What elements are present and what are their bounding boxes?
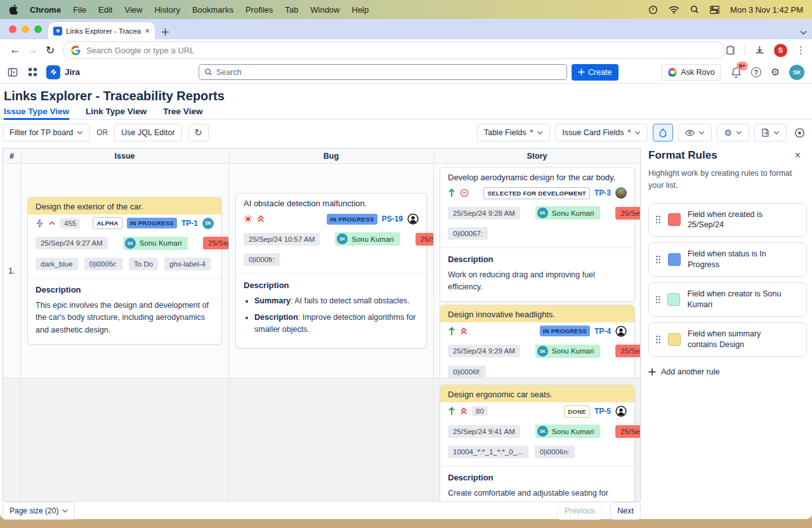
settings-gear-icon[interactable]: ⚙: [771, 67, 780, 77]
browser-profile-avatar[interactable]: S: [774, 44, 787, 57]
filter-board-dropdown[interactable]: Filter for TP board: [3, 124, 90, 142]
next-page-button[interactable]: Next: [610, 502, 641, 520]
user-avatar[interactable]: SK: [789, 65, 804, 80]
address-bar[interactable]: [63, 41, 725, 59]
issue-key[interactable]: TP-3: [594, 188, 611, 197]
tab-link-type-view[interactable]: Link Type View: [86, 107, 147, 119]
drag-handle-icon[interactable]: [655, 335, 661, 344]
jira-favicon: [53, 27, 62, 36]
assignee-avatar-icon[interactable]: [615, 406, 627, 417]
page-size-dropdown[interactable]: Page size (20): [3, 502, 75, 520]
format-rule-item[interactable]: Field when creator is Sonu Kumari: [648, 282, 807, 317]
format-rule-item[interactable]: Field when status is In Progress: [648, 242, 807, 277]
tab-close-icon[interactable]: ×: [145, 27, 150, 35]
assignee-avatar-photo[interactable]: [615, 187, 627, 199]
sidebar-toggle-icon[interactable]: [8, 67, 18, 77]
created-date-chip: 25/Sep/24 10:57 AM: [244, 233, 320, 246]
menu-item-bookmarks[interactable]: Bookmarks: [192, 5, 233, 15]
format-rules-title: Format Rules: [648, 149, 717, 162]
format-rules-fill-button[interactable]: [653, 124, 673, 142]
spotlight-search-icon[interactable]: [690, 5, 699, 14]
issue-card-tp1[interactable]: Design the exterior of the car. 455 ALPH…: [27, 197, 222, 345]
column-header-story[interactable]: Story: [434, 148, 640, 164]
required-marker: *: [530, 128, 533, 137]
menu-item-chrome[interactable]: Chrome: [30, 5, 61, 15]
issue-key[interactable]: TP-5: [594, 407, 611, 416]
previous-page-button[interactable]: Previous: [558, 502, 603, 520]
assignee-avatar-icon[interactable]: [407, 213, 419, 225]
jira-logo-icon[interactable]: [46, 65, 60, 79]
menu-item-history[interactable]: History: [154, 5, 180, 15]
bug-title[interactable]: AI obstacle detection malfunction.: [244, 199, 419, 211]
tab-issue-type-view[interactable]: Issue Type View: [4, 107, 69, 120]
menu-item-edit[interactable]: Edit: [98, 5, 112, 15]
issue-key[interactable]: TP-1: [181, 219, 198, 228]
issue-title[interactable]: Design the exterior of the car.: [28, 197, 221, 214]
browser-tab[interactable]: Links Explorer - Traceability R ×: [48, 22, 155, 39]
format-rule-item[interactable]: Field when created is 25/Sep/24: [648, 203, 807, 237]
menu-clock[interactable]: Mon 3 Nov 1:42 PM: [730, 5, 803, 15]
apple-menu-icon[interactable]: [9, 4, 18, 15]
add-another-rule-button[interactable]: Add another rule: [648, 367, 807, 376]
visibility-dropdown[interactable]: [678, 124, 712, 142]
story-title[interactable]: Design ergonomic car seats.: [440, 385, 634, 402]
story-title[interactable]: Develop aerodynamic design for the car b…: [448, 173, 627, 185]
downloads-icon[interactable]: [754, 45, 765, 56]
drag-handle-icon[interactable]: [655, 255, 661, 264]
minimize-window-button[interactable]: [22, 25, 29, 33]
forward-icon[interactable]: →: [24, 44, 42, 56]
extensions-icon[interactable]: [725, 45, 736, 56]
menu-status-icon[interactable]: [648, 5, 658, 15]
back-icon[interactable]: ←: [6, 44, 24, 56]
drag-handle-icon[interactable]: [655, 215, 661, 224]
tab-search-chevron-icon[interactable]: [800, 30, 807, 35]
story-card-tp5[interactable]: Design ergonomic car seats. 80 DONE TP-5…: [440, 385, 635, 502]
menu-item-profiles[interactable]: Profiles: [246, 5, 273, 15]
story-icon: [448, 327, 455, 336]
assignee-avatar-icon[interactable]: [615, 326, 627, 337]
jira-search-input[interactable]: [216, 68, 561, 77]
reload-icon[interactable]: ↻: [41, 44, 59, 57]
menu-item-file[interactable]: File: [73, 5, 86, 15]
column-header-issue[interactable]: Issue: [21, 148, 229, 164]
close-window-button[interactable]: [9, 25, 16, 33]
new-tab-button[interactable]: [161, 28, 169, 36]
notifications-bell-icon[interactable]: 9+: [731, 67, 742, 78]
issue-key[interactable]: PS-19: [382, 214, 403, 223]
issue-card-fields-dropdown[interactable]: Issue Card Fields *: [555, 124, 648, 142]
release-badge: ALPHA: [93, 217, 122, 229]
drag-handle-icon[interactable]: [655, 295, 660, 304]
app-switcher-icon[interactable]: [28, 67, 37, 77]
export-dropdown[interactable]: [754, 124, 787, 142]
menu-item-tab[interactable]: Tab: [285, 5, 298, 15]
refresh-button[interactable]: ↻: [188, 124, 209, 142]
control-center-icon[interactable]: [710, 6, 719, 14]
bug-card-ps19[interactable]: AI obstacle detection malfunction. IN PR…: [235, 193, 427, 348]
story-title[interactable]: Design innovative headlights.: [440, 305, 634, 322]
description-heading: Description: [36, 285, 214, 294]
table-settings-dropdown[interactable]: ⚙: [717, 124, 749, 142]
menu-item-window[interactable]: Window: [310, 5, 339, 15]
story-card-tp3[interactable]: Develop aerodynamic design for the car b…: [440, 167, 635, 302]
zoom-window-button[interactable]: [34, 25, 42, 33]
menu-item-view[interactable]: View: [124, 5, 142, 15]
menu-item-help[interactable]: Help: [352, 5, 369, 15]
url-input[interactable]: [86, 46, 717, 55]
issue-key[interactable]: TP-4: [594, 327, 611, 336]
column-header-number[interactable]: #: [3, 148, 21, 164]
browser-menu-icon[interactable]: ⋮: [796, 44, 806, 56]
jql-editor-button[interactable]: Use JQL Editor: [114, 124, 181, 142]
format-rule-item[interactable]: Field when summary contains Design: [648, 322, 807, 357]
jira-search-bar[interactable]: [199, 64, 567, 80]
record-button[interactable]: [792, 124, 807, 142]
story-card-tp4[interactable]: Design innovative headlights. IN PROGRES…: [440, 305, 635, 378]
wifi-icon[interactable]: [669, 6, 679, 14]
close-icon[interactable]: ×: [795, 150, 801, 161]
tab-tree-view[interactable]: Tree View: [163, 107, 202, 119]
assignee-avatar[interactable]: SK: [202, 218, 214, 229]
create-button[interactable]: Create: [572, 64, 619, 81]
help-icon[interactable]: ?: [751, 67, 761, 77]
column-header-bug[interactable]: Bug: [229, 148, 434, 164]
ask-rovo-button[interactable]: Ask Rovo: [662, 64, 721, 81]
table-fields-dropdown[interactable]: Table Fields *: [477, 124, 551, 142]
